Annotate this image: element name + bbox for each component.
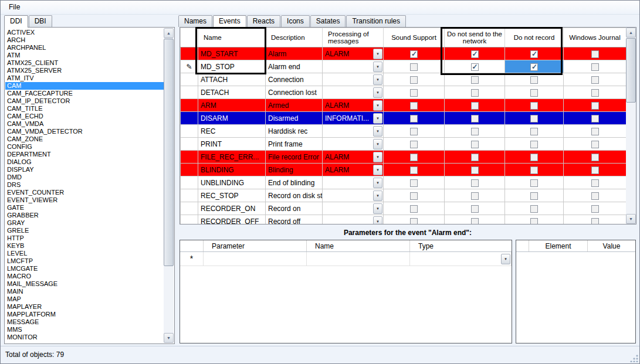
row-selector[interactable] — [181, 125, 198, 138]
param-name-cell[interactable] — [307, 252, 410, 266]
sound-support-checkbox[interactable] — [410, 218, 418, 224]
windows-journal-checkbox-cell[interactable] — [564, 125, 627, 138]
event-processing-cell[interactable]: ▼ — [323, 73, 384, 86]
sound-support-checkbox[interactable] — [410, 76, 418, 84]
sound-support-checkbox-cell[interactable] — [384, 73, 445, 86]
no-record-checkbox[interactable] — [530, 192, 538, 200]
list-item-atmx25_client[interactable]: ATMX25_CLIENT — [5, 59, 164, 67]
event-description-cell[interactable]: Print frame — [266, 138, 323, 151]
no-record-checkbox[interactable] — [530, 154, 538, 161]
dropdown-arrow-icon[interactable]: ▼ — [373, 216, 382, 225]
sound-support-checkbox-cell[interactable] — [384, 112, 445, 125]
row-selector[interactable] — [181, 215, 198, 225]
event-processing-cell[interactable]: ▼ — [323, 176, 384, 189]
no-send-checkbox-cell[interactable] — [445, 99, 505, 112]
event-processing-cell[interactable]: ▼ — [323, 60, 384, 73]
dropdown-arrow-icon[interactable]: ▼ — [373, 87, 382, 98]
tab-ddi[interactable]: DDI — [4, 15, 28, 28]
no-send-checkbox[interactable] — [471, 205, 479, 213]
no-record-checkbox-cell[interactable] — [505, 202, 564, 215]
list-item-monitor[interactable]: MONITOR — [5, 334, 164, 341]
no-record-checkbox[interactable] — [530, 128, 538, 135]
sound-support-checkbox[interactable] — [410, 154, 418, 161]
event-name-cell[interactable]: UNBLINDING — [198, 176, 266, 189]
windows-journal-checkbox[interactable] — [591, 115, 599, 123]
list-item-mapplatform[interactable]: MAPPLATFORM — [5, 311, 164, 318]
no-send-checkbox-cell[interactable] — [445, 73, 505, 86]
event-name-cell[interactable]: ARM — [198, 99, 266, 112]
windows-journal-checkbox[interactable] — [591, 154, 599, 161]
row-selector[interactable] — [181, 151, 198, 164]
no-record-checkbox[interactable] — [530, 179, 538, 187]
value-col-header[interactable]: Value — [588, 240, 635, 251]
no-send-checkbox[interactable] — [471, 50, 479, 58]
windows-journal-checkbox-cell[interactable] — [564, 176, 627, 189]
sound-support-checkbox[interactable] — [410, 205, 418, 213]
event-processing-cell[interactable]: INFORMATI...▼ — [323, 112, 384, 125]
no-send-checkbox[interactable] — [471, 192, 479, 200]
list-scrollbar[interactable]: ▲ ▼ — [164, 28, 174, 343]
no-send-checkbox[interactable] — [471, 166, 479, 174]
no-record-checkbox[interactable] — [530, 89, 538, 97]
event-description-cell[interactable]: Record off — [266, 215, 323, 225]
no-send-checkbox-cell[interactable] — [445, 47, 505, 60]
no-record-checkbox-cell[interactable] — [505, 73, 564, 86]
list-item-atm_itv[interactable]: ATM_ITV — [5, 74, 164, 82]
no-record-checkbox[interactable] — [530, 50, 538, 58]
list-item-atmx25_server[interactable]: ATMX25_SERVER — [5, 67, 164, 74]
no-record-checkbox[interactable] — [530, 141, 538, 148]
no-send-checkbox[interactable] — [471, 102, 479, 110]
no-send-checkbox-cell[interactable] — [445, 151, 505, 164]
no-record-checkbox-cell[interactable] — [505, 164, 564, 176]
windows-journal-checkbox[interactable] — [591, 63, 599, 71]
no-record-checkbox[interactable] — [530, 218, 538, 224]
event-processing-cell[interactable]: ALARM▼ — [323, 164, 384, 176]
dropdown-arrow-icon[interactable]: ▼ — [373, 100, 382, 111]
list-item-cam_facecapture[interactable]: CAM_FACECAPTURE — [5, 90, 164, 97]
list-item-lmcftp[interactable]: LMCFTP — [5, 257, 164, 265]
sound-support-checkbox-cell[interactable] — [384, 86, 445, 99]
dropdown-arrow-icon[interactable]: ▼ — [373, 113, 382, 124]
no-send-checkbox[interactable] — [471, 179, 479, 187]
sound-support-checkbox-cell[interactable] — [384, 164, 445, 176]
no-send-checkbox-cell[interactable] — [445, 125, 505, 138]
list-item-grabber[interactable]: GRABBER — [5, 212, 164, 219]
sound-support-checkbox-cell[interactable] — [384, 125, 445, 138]
list-item-gate[interactable]: GATE — [5, 204, 164, 212]
row-selector[interactable] — [181, 47, 198, 60]
param-col-name[interactable]: Name — [307, 240, 410, 251]
sound-support-checkbox[interactable] — [410, 192, 418, 200]
list-item-event_viewer[interactable]: EVENT_VIEWER — [5, 196, 164, 204]
list-item-event_counter[interactable]: EVENT_COUNTER — [5, 189, 164, 196]
param-col-parameter[interactable]: Parameter — [204, 240, 307, 251]
tab-satates[interactable]: Satates — [310, 15, 346, 27]
no-record-checkbox-cell[interactable] — [505, 215, 564, 225]
dropdown-arrow-icon[interactable]: ▼ — [373, 165, 382, 175]
no-send-checkbox[interactable] — [471, 76, 479, 84]
no-send-checkbox[interactable] — [471, 128, 479, 135]
event-name-cell[interactable]: MD_STOP — [198, 60, 266, 73]
list-item-mms[interactable]: MMS — [5, 326, 164, 334]
event-name-cell[interactable]: REC_STOP — [198, 189, 266, 202]
no-send-checkbox[interactable] — [471, 154, 479, 161]
windows-journal-checkbox-cell[interactable] — [564, 202, 627, 215]
windows-journal-checkbox[interactable] — [591, 166, 599, 174]
sound-support-checkbox[interactable] — [410, 102, 418, 110]
windows-journal-checkbox-cell[interactable] — [564, 215, 627, 225]
windows-journal-checkbox-cell[interactable] — [564, 189, 627, 202]
list-item-cam_ip_detector[interactable]: CAM_IP_DETECTOR — [5, 97, 164, 105]
windows-journal-checkbox-cell[interactable] — [564, 73, 627, 86]
windows-journal-checkbox-cell[interactable] — [564, 60, 627, 73]
tab-events[interactable]: Events — [213, 15, 246, 28]
dropdown-arrow-icon[interactable]: ▼ — [373, 139, 382, 149]
no-send-checkbox-cell[interactable] — [445, 215, 505, 225]
no-send-checkbox[interactable] — [471, 141, 479, 148]
no-record-checkbox-cell[interactable] — [505, 99, 564, 112]
sound-support-checkbox-cell[interactable] — [384, 189, 445, 202]
windows-journal-checkbox-cell[interactable] — [564, 164, 627, 176]
list-item-arch[interactable]: ARCH — [5, 36, 164, 44]
dropdown-arrow-icon[interactable]: ▼ — [373, 74, 382, 85]
windows-journal-checkbox[interactable] — [591, 102, 599, 110]
sound-support-checkbox[interactable] — [410, 128, 418, 135]
col-header-no-record[interactable]: Do not record — [505, 28, 564, 47]
